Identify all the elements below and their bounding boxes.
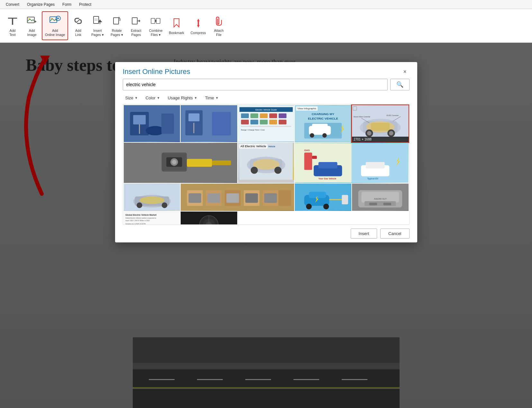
add-link-button[interactable]: AddLink [69, 11, 87, 40]
time-filter-label: Time [205, 95, 214, 100]
image-item-12[interactable]: XIAOMI SU7 [352, 184, 409, 211]
svg-point-88 [274, 167, 281, 174]
color-filter-label: Color [146, 95, 156, 100]
svg-rect-99 [366, 162, 385, 168]
svg-rect-81 [187, 159, 212, 167]
color-filter-arrow: ▼ [157, 96, 160, 100]
extract-pages-button[interactable]: ExtractPages [127, 11, 145, 40]
svg-rect-66 [371, 123, 390, 131]
svg-point-59 [310, 133, 314, 138]
image-grid-container[interactable]: Electric Vehicle Guide [123, 104, 410, 225]
svg-point-125 [323, 204, 329, 209]
menu-organize-pages[interactable]: Organize Pages [24, 1, 58, 8]
add-online-image-button[interactable]: AddOnline Image [42, 11, 68, 40]
svg-rect-135 [383, 203, 391, 205]
image-item-11[interactable] [295, 184, 351, 211]
dialog-close-button[interactable]: × [401, 67, 410, 76]
menu-form[interactable]: Form [59, 1, 75, 8]
svg-text:reach USD 7,764.57 Billion in : reach USD 7,764.57 Billion in 2032 [125, 220, 149, 222]
image-item-6[interactable] [124, 143, 237, 183]
rotate-pages-icon [110, 14, 123, 27]
compress-label: Compress [191, 31, 206, 35]
svg-text:Range • Charge Time • Cost: Range • Charge Time • Cost [241, 129, 265, 131]
extract-pages-label: ExtractPages [131, 29, 141, 37]
bookmark-button[interactable]: Bookmark [166, 11, 187, 40]
dialog-title: Insert Online Pictures [123, 68, 190, 76]
all-electric-label: All Electric Vehicle [239, 144, 267, 149]
svg-text:CHARGING MY: CHARGING MY [312, 112, 335, 116]
image-item-10[interactable] [181, 184, 294, 211]
add-text-button[interactable]: AddText [3, 11, 22, 40]
insert-pages-button[interactable]: InsertPages ▾ [88, 11, 107, 40]
add-online-image-label: AddOnline Image [45, 29, 65, 37]
svg-text:Electric Vehicle Guide: Electric Vehicle Guide [255, 109, 276, 111]
svg-rect-119 [245, 193, 258, 203]
dialog-search-area: 🔍 [115, 79, 417, 93]
svg-text:Growing at a CAGR of 20.5%: Growing at a CAGR of 20.5% [125, 223, 146, 225]
attach-file-label: AttachFile [214, 29, 224, 37]
image-item-4[interactable]: CHARGING MY ELECTRIC VEHICLE [295, 105, 351, 142]
svg-rect-116 [189, 193, 201, 203]
add-image-icon [25, 14, 38, 27]
dialog-footer: Insert Cancel [115, 225, 417, 242]
svg-rect-48 [260, 120, 267, 124]
rotate-pages-label: RotatePages ▾ [111, 29, 123, 37]
combine-files-button[interactable]: CombineFiles ▾ [146, 11, 165, 40]
svg-rect-35 [188, 113, 199, 121]
image-item-13[interactable]: Global Electric Vehicle Market Global El… [124, 212, 180, 225]
insert-online-pictures-dialog: Insert Online Pictures × 🔍 Size ▼ Color … [115, 62, 417, 242]
search-button[interactable]: 🔍 [390, 79, 410, 90]
svg-rect-146 [142, 224, 144, 225]
svg-line-11 [77, 19, 80, 23]
rotate-pages-button[interactable]: RotatePages ▾ [107, 11, 126, 40]
svg-rect-58 [312, 124, 328, 130]
image-item-2[interactable] [181, 105, 237, 142]
color-filter[interactable]: Color ▼ [143, 94, 163, 102]
svg-rect-44 [269, 113, 277, 118]
image-item-7[interactable]: All Electric Vehicle All Electric Vehicl… [238, 143, 294, 183]
view-infographic-label: View Infographic [296, 106, 318, 111]
image-item-9[interactable] [124, 184, 180, 211]
svg-text:Global Electric Vehicle Market: Global Electric Vehicle Market [125, 214, 157, 216]
add-image-button[interactable]: AddImage [23, 11, 41, 40]
size-filter-label: Size [125, 95, 133, 100]
time-filter[interactable]: Time ▼ [203, 94, 221, 102]
svg-marker-25 [197, 25, 200, 28]
svg-rect-45 [279, 113, 286, 118]
add-text-label: AddText [9, 29, 15, 37]
cancel-button[interactable]: Cancel [380, 229, 409, 239]
svg-text:XIAOMI SU7: XIAOMI SU7 [374, 198, 386, 200]
svg-rect-12 [94, 16, 99, 23]
search-input[interactable] [123, 79, 388, 90]
size-filter[interactable]: Size ▼ [123, 94, 140, 102]
image-item-1[interactable] [124, 105, 180, 142]
toolbar-group-main: AddText AddImage [3, 9, 229, 42]
usage-rights-filter[interactable]: Usage Rights ▼ [165, 94, 200, 102]
image-item-3[interactable]: Electric Vehicle Guide [238, 105, 294, 142]
add-link-label: AddLink [75, 29, 81, 37]
svg-point-124 [306, 204, 312, 209]
image-item-5[interactable]: Electric Motor Controller DC/DC Converte… [352, 105, 409, 142]
compress-button[interactable]: Compress [188, 11, 209, 40]
svg-rect-134 [369, 203, 377, 205]
add-online-image-icon [49, 14, 61, 27]
menu-protect[interactable]: Protect [76, 1, 95, 8]
menu-convert[interactable]: Convert [3, 1, 23, 8]
image-item-14[interactable] [181, 212, 237, 225]
insert-button[interactable]: Insert [351, 229, 377, 239]
svg-rect-42 [250, 113, 258, 118]
svg-text:Typical EV: Typical EV [367, 177, 379, 180]
svg-rect-17 [113, 18, 119, 24]
attach-file-button[interactable]: AttachFile [210, 11, 228, 40]
combine-files-label: CombineFiles ▾ [149, 29, 162, 37]
combine-files-icon [149, 14, 162, 27]
svg-rect-50 [279, 120, 286, 124]
image-item-8[interactable]: GAS Your Gas Vehicle [295, 143, 408, 183]
usage-rights-filter-label: Usage Rights [168, 95, 193, 100]
svg-rect-131 [361, 192, 399, 203]
compress-icon [192, 17, 205, 30]
attach-file-icon [212, 14, 225, 27]
dialog-filters: Size ▼ Color ▼ Usage Rights ▼ Time ▼ [115, 93, 417, 104]
add-image-label: AddImage [27, 29, 36, 37]
svg-text:GAS: GAS [304, 149, 310, 152]
